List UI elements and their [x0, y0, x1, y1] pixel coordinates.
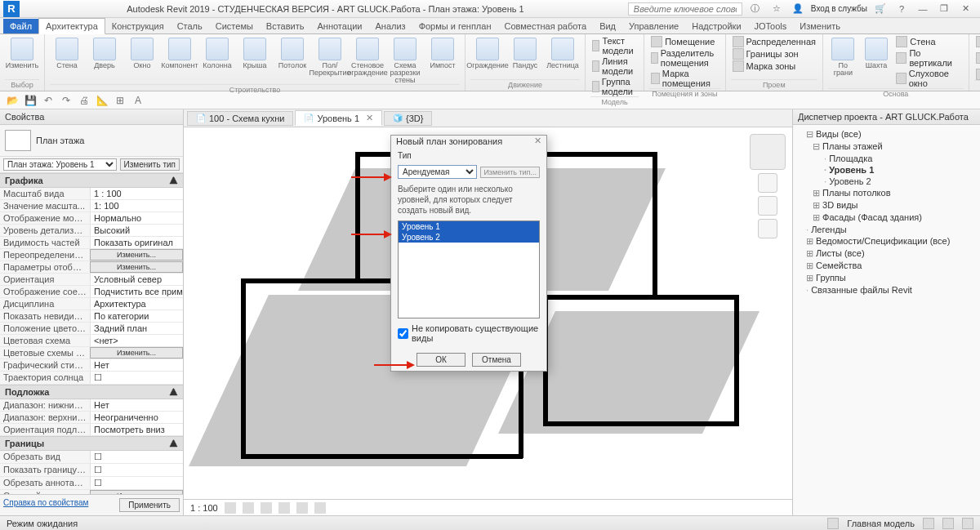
property-row[interactable]: Положение цветовой ...Задний план [0, 323, 183, 335]
dormer-button[interactable]: Слуховое окно [894, 69, 963, 88]
no-copy-checkbox[interactable]: Не копировать существующие виды [398, 323, 540, 343]
property-row[interactable]: Параметры отображе...Изменить... [0, 261, 183, 274]
tree-item[interactable]: Уровень 2 [796, 176, 977, 187]
tab-manage[interactable]: Управление [622, 19, 685, 33]
apply-button[interactable]: Применить [119, 498, 180, 512]
view-tab-kitchen[interactable]: 📄 100 - Схема кухни [187, 111, 293, 126]
tree-item[interactable]: Уровень 1 [796, 164, 977, 176]
window-button[interactable]: Окно [125, 36, 159, 69]
qat-save-icon[interactable]: 💾 [23, 93, 38, 108]
open-vert-button[interactable]: По вертикали [894, 48, 963, 68]
property-row[interactable]: Траектория солнца [0, 372, 183, 385]
maximize-icon[interactable]: ❐ [936, 2, 952, 16]
tab-insert[interactable]: Вставить [260, 19, 311, 33]
tree-item[interactable]: Планы этажей [796, 140, 977, 153]
tree-item[interactable]: Площадка [796, 153, 977, 164]
property-row[interactable]: Отображение соедине...Подчистить все при… [0, 286, 183, 298]
curtain-button[interactable]: Стеновое ограждение [350, 36, 385, 77]
view-scale[interactable]: 1 : 100 [190, 503, 218, 513]
axis-button[interactable]: Ось [974, 69, 980, 80]
tab-collab[interactable]: Совместная работа [497, 19, 593, 33]
floor-button[interactable]: Пол/Перекрытие [313, 36, 347, 77]
tab-steel[interactable]: Сталь [171, 19, 209, 33]
qat-measure-icon[interactable]: 📐 [95, 93, 109, 108]
properties-help-link[interactable]: Справка по свойствам [3, 498, 116, 512]
tab-analyze[interactable]: Анализ [368, 19, 412, 33]
tab-structure[interactable]: Конструкция [105, 19, 171, 33]
property-row[interactable]: ОриентацияУсловный север [0, 274, 183, 286]
type-dropdown[interactable]: Арендуемая [398, 165, 477, 179]
tab-view[interactable]: Вид [593, 19, 622, 33]
search-input[interactable] [628, 2, 742, 16]
visual-style-icon[interactable] [243, 502, 254, 514]
property-row[interactable]: ДисциплинаАрхитектура [0, 298, 183, 310]
model-line-button[interactable]: Линия модели [590, 56, 639, 76]
view-cube[interactable] [750, 134, 786, 170]
property-row[interactable]: Цветовые схемы сист...Изменить... [0, 347, 183, 359]
tree-item[interactable]: Легенды [796, 224, 977, 235]
qat-undo-icon[interactable]: ↶ [41, 93, 56, 108]
property-row[interactable]: Видимость частейПоказать оригинал [0, 237, 183, 249]
model-group-button[interactable]: Группа модели [590, 77, 639, 96]
tree-item[interactable]: Ведомости/Спецификации (все) [796, 235, 977, 247]
ceiling-button[interactable]: Потолок [275, 36, 310, 69]
tree-item[interactable]: Планы потолков [796, 187, 977, 199]
property-row[interactable]: Переопределения вид...Изменить... [0, 249, 183, 261]
property-row[interactable]: Отображение моделиНормально [0, 212, 183, 225]
property-row[interactable]: Обрезать вид [0, 451, 183, 464]
tab-file[interactable]: Файл [3, 19, 38, 33]
view-tab-3d[interactable]: 🧊 {3D} [384, 111, 432, 126]
room-sep-button[interactable]: Разделитель помещения [649, 48, 719, 68]
tree-item[interactable]: Связанные файлы Revit [796, 284, 977, 296]
status-model[interactable]: Главная модель [847, 519, 915, 528]
cancel-button[interactable]: Отмена [472, 353, 521, 367]
edit-type-button[interactable]: Изменить тип [120, 158, 180, 171]
close-icon[interactable]: ✕ [957, 2, 973, 16]
property-row[interactable]: Цветовая схема<нет> [0, 335, 183, 347]
ok-button[interactable]: ОК [416, 353, 466, 367]
level-item-2[interactable]: Уровень 2 [399, 232, 539, 243]
property-row[interactable]: Обрезать аннотации [0, 477, 183, 490]
login-label[interactable]: Вход в службы [811, 4, 867, 13]
room-tag-button[interactable]: Марка помещения [649, 69, 719, 88]
sb-pin-icon[interactable] [962, 518, 973, 529]
property-row[interactable]: Графический стиль от...Нет [0, 359, 183, 372]
column-button[interactable]: Колонна [200, 36, 234, 69]
mullion-button[interactable]: Импост [425, 36, 460, 69]
tab-jotools[interactable]: JOTools [748, 19, 794, 33]
door-button[interactable]: Дверь [87, 36, 122, 69]
qat-print-icon[interactable]: 🖨 [77, 93, 91, 108]
property-row[interactable]: Уровень детализацииВысокий [0, 225, 183, 237]
grid-button[interactable]: Схема разрезки стены [388, 36, 422, 84]
user-icon[interactable]: 👤 [790, 2, 806, 16]
sb-filter-icon[interactable] [923, 518, 934, 529]
ramp-button[interactable]: Пандус [508, 36, 542, 69]
info-icon[interactable]: ⓘ [747, 2, 764, 16]
qat-redo-icon[interactable]: ↷ [59, 93, 74, 108]
level-button[interactable]: Уровень [974, 36, 980, 47]
property-row[interactable]: Показать невидимые л...По категории [0, 310, 183, 323]
area-button[interactable]: Распределенная [731, 36, 817, 47]
property-row[interactable]: Значение масшта...1: 100 [0, 200, 183, 212]
zoom-icon[interactable] [758, 219, 777, 238]
levels-list[interactable]: Уровень 1 Уровень 2 [398, 220, 540, 318]
star-icon[interactable]: ☆ [768, 2, 785, 16]
tree-item[interactable]: Семейства [796, 260, 977, 272]
help-icon[interactable]: ? [893, 2, 910, 16]
shadows-icon[interactable] [278, 502, 290, 514]
property-row[interactable]: Ориентация подложкиПосмотреть вниз [0, 424, 183, 436]
property-row[interactable]: Показать границу обр... [0, 464, 183, 477]
railing-button[interactable]: Ограждение [470, 36, 505, 69]
sb-select-icon[interactable] [827, 518, 839, 529]
open-wall-button[interactable]: Стена [894, 36, 963, 47]
dialog-close-icon[interactable]: ✕ [534, 136, 541, 146]
crop-icon[interactable] [296, 502, 308, 514]
property-row[interactable]: Диапазон: нижний ур...Нет [0, 399, 183, 412]
roof-button[interactable]: Крыша [238, 36, 272, 69]
edit-type-dialog-button[interactable]: Изменить тип... [480, 167, 540, 178]
qat-tag-icon[interactable]: A [131, 93, 145, 108]
area-tag-button[interactable]: Марка зоны [731, 60, 817, 72]
room-button[interactable]: Помещение [649, 36, 719, 47]
sun-path-icon[interactable] [261, 502, 272, 514]
hide-icon[interactable] [314, 502, 326, 514]
